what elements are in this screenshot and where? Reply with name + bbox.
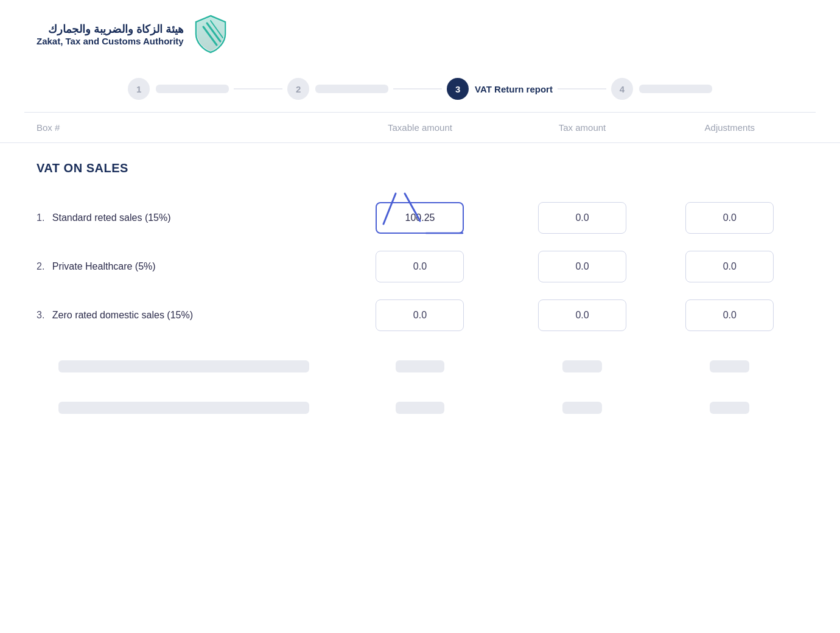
skeleton-label-2 xyxy=(37,402,332,414)
row-2-adj-input[interactable] xyxy=(685,251,774,282)
table-row: 3. Zero rated domestic sales (15%) xyxy=(37,291,803,340)
step-3-circle: 3 xyxy=(447,78,469,100)
logo-text: هيئة الزكاة والضريبة والجمارك Zakat, Tax… xyxy=(37,23,184,46)
skeleton-bar xyxy=(58,360,309,372)
skeleton-bar xyxy=(396,402,444,414)
logo-arabic: هيئة الزكاة والضريبة والجمارك xyxy=(37,23,184,36)
row-2-tax-wrapper xyxy=(508,251,656,282)
step-connector-2-3 xyxy=(393,88,442,89)
header-adjustments: Adjustments xyxy=(656,122,803,133)
table-row: 2. Private Healthcare (5%) xyxy=(37,242,803,291)
step-connector-3-4 xyxy=(558,88,606,89)
skeleton-label-1 xyxy=(37,360,332,372)
step-1[interactable]: 1 xyxy=(128,78,229,100)
row-1-adj-wrapper xyxy=(656,202,803,234)
row-2-tax-input[interactable] xyxy=(538,251,626,282)
skeleton-adj-1 xyxy=(656,360,803,372)
header-taxable: Taxable amount xyxy=(332,122,509,133)
row-3-tax-input[interactable] xyxy=(538,299,626,331)
step-1-label xyxy=(156,85,229,93)
step-2-label xyxy=(315,85,388,93)
skeleton-bar xyxy=(58,402,309,414)
shield-icon xyxy=(194,15,228,54)
skeleton-row-1 xyxy=(37,352,803,381)
row-3-taxable-wrapper xyxy=(332,299,509,331)
skeleton-taxable-2 xyxy=(332,402,509,414)
row-3-tax-wrapper xyxy=(508,299,656,331)
skeleton-row-2 xyxy=(37,393,803,422)
skeleton-tax-2 xyxy=(508,402,656,414)
step-4-circle: 4 xyxy=(611,78,633,100)
skeleton-bar xyxy=(562,360,602,372)
step-3-label: VAT Return report xyxy=(475,84,553,94)
row-1-label: 1. Standard reted sales (15%) xyxy=(37,212,332,223)
stepper: 1 2 3 VAT Return report 4 xyxy=(0,66,840,112)
header-box: Box # xyxy=(37,122,332,133)
step-2-circle: 2 xyxy=(287,78,309,100)
row-3-number: 3. xyxy=(37,310,44,320)
step-1-circle: 1 xyxy=(128,78,150,100)
step-3[interactable]: 3 VAT Return report xyxy=(447,78,553,100)
row-1-taxable-input[interactable] xyxy=(376,202,464,234)
skeleton-adj-2 xyxy=(656,402,803,414)
skeleton-bar xyxy=(710,402,749,414)
row-3-adj-input[interactable] xyxy=(685,299,774,331)
row-2-number: 2. xyxy=(37,261,44,271)
step-2[interactable]: 2 xyxy=(287,78,388,100)
row-2-label: 2. Private Healthcare (5%) xyxy=(37,261,332,272)
table-row: 1. Standard reted sales (15%) xyxy=(37,194,803,242)
logo-english: Zakat, Tax and Customs Authority xyxy=(37,36,184,46)
skeleton-bar xyxy=(396,360,444,372)
row-1-taxable-wrapper xyxy=(332,202,509,234)
row-1-tax-input[interactable] xyxy=(538,202,626,234)
skeleton-bar xyxy=(710,360,749,372)
row-2-adj-wrapper xyxy=(656,251,803,282)
step-4[interactable]: 4 xyxy=(611,78,712,100)
table-header: Box # Taxable amount Tax amount Adjustme… xyxy=(0,113,840,143)
header-tax: Tax amount xyxy=(508,122,656,133)
skeleton-tax-1 xyxy=(508,360,656,372)
row-3-label: 3. Zero rated domestic sales (15%) xyxy=(37,310,332,321)
row-3-taxable-input[interactable] xyxy=(376,299,464,331)
row-1-tax-wrapper xyxy=(508,202,656,234)
main-content: VAT ON SALES 1. Standard reted sales (15… xyxy=(0,143,840,441)
row-1-number: 1. xyxy=(37,212,44,223)
skeleton-bar xyxy=(562,402,602,414)
row-2-taxable-wrapper xyxy=(332,251,509,282)
step-connector-1-2 xyxy=(234,88,282,89)
annotation-area: 1. Standard reted sales (15%) xyxy=(37,194,803,242)
step-4-label xyxy=(639,85,712,93)
row-2-taxable-input[interactable] xyxy=(376,251,464,282)
skeleton-taxable-1 xyxy=(332,360,509,372)
section-title: VAT ON SALES xyxy=(37,161,803,175)
header: هيئة الزكاة والضريبة والجمارك Zakat, Tax… xyxy=(0,0,840,66)
row-3-adj-wrapper xyxy=(656,299,803,331)
row-1-adj-input[interactable] xyxy=(685,202,774,234)
